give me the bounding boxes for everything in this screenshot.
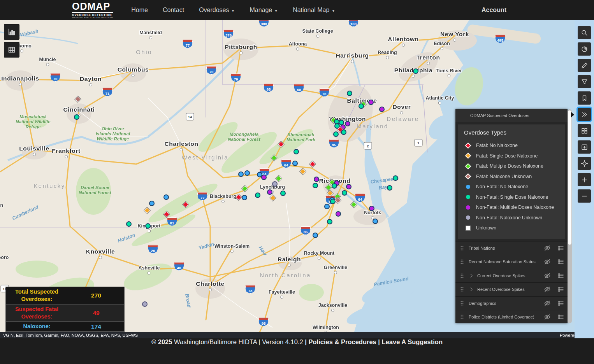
overdose-marker-non-fatal-single-dose-naloxone[interactable]: [126, 221, 132, 227]
nav-item-home[interactable]: Home: [124, 7, 155, 14]
overdose-marker-non-fatal-multiple-doses-naloxone[interactable]: [345, 121, 350, 126]
layer-legend-icon[interactable]: [557, 258, 564, 265]
layer-row-police-districts-limited-coverage[interactable]: Police Districts (Limited Coverage): [455, 310, 568, 323]
basemap-gallery-icon[interactable]: [578, 124, 591, 137]
visibility-eye-slash-icon[interactable]: [544, 300, 551, 307]
overdose-marker-non-fatal-no-naloxone[interactable]: [238, 172, 244, 177]
overdose-marker-non-fatal-no-naloxone[interactable]: [149, 201, 155, 206]
drag-handle-icon[interactable]: [459, 313, 466, 320]
overdose-marker-non-fatal-single-dose-naloxone[interactable]: [330, 199, 336, 204]
overdose-marker-non-fatal-single-dose-naloxone[interactable]: [341, 130, 346, 135]
layer-legend-icon[interactable]: [557, 286, 564, 293]
overdose-marker-non-fatal-multiple-doses-naloxone[interactable]: [267, 189, 272, 195]
overdose-marker-non-fatal-no-naloxone[interactable]: [373, 219, 378, 224]
overdose-marker-non-fatal-single-dose-naloxone[interactable]: [145, 223, 151, 229]
zoom-in-icon[interactable]: [578, 173, 591, 186]
nav-item-contact[interactable]: Contact: [155, 7, 192, 14]
chevron-right-icon[interactable]: [469, 286, 474, 293]
overdose-marker-non-fatal-single-dose-naloxone[interactable]: [342, 190, 347, 196]
locate-icon[interactable]: [578, 157, 591, 170]
visibility-eye-slash-icon[interactable]: [544, 258, 551, 265]
layer-legend-icon[interactable]: [557, 272, 564, 279]
nav-item-national-map[interactable]: National Map▼: [285, 7, 343, 14]
draw-icon[interactable]: [578, 59, 591, 72]
overdose-marker-non-fatal-no-naloxone[interactable]: [242, 195, 247, 200]
overdose-marker-non-fatal-multiple-doses-naloxone[interactable]: [379, 107, 385, 112]
nav-menu: HomeContactOverdoses▼Manage▼National Map…: [124, 7, 343, 14]
chart-widget-button[interactable]: [4, 24, 19, 40]
overdose-marker-non-fatal-naloxone-unknown[interactable]: [272, 181, 278, 187]
footer-links[interactable]: | Policies & Procedures | Leave A Sugges…: [305, 338, 443, 346]
legend-item-label: Non-Fatal: Multiple Doses Naloxone: [476, 205, 554, 210]
table-widget-button[interactable]: [4, 42, 19, 58]
overdose-marker-non-fatal-single-dose-naloxone[interactable]: [387, 185, 392, 191]
stats-label: Suspected Fatal Overdoses:: [6, 304, 68, 322]
add-map-icon[interactable]: [578, 140, 591, 154]
zoom-out-icon[interactable]: [578, 189, 591, 203]
layer-legend-icon[interactable]: [557, 300, 564, 307]
layer-row-current-overdose-spikes[interactable]: Current Overdose Spikes: [455, 269, 568, 283]
overdose-marker-non-fatal-no-naloxone[interactable]: [163, 194, 169, 200]
overdose-marker-non-fatal-no-naloxone[interactable]: [313, 233, 318, 238]
panel-scrollbar-thumb[interactable]: [568, 110, 571, 245]
collapse-panel-icon[interactable]: [578, 108, 591, 121]
overdose-marker-non-fatal-single-dose-naloxone[interactable]: [359, 103, 364, 109]
legend-list-icon[interactable]: [557, 112, 564, 119]
circle-swatch-icon: [466, 184, 471, 189]
filter-icon[interactable]: [578, 75, 591, 88]
layer-row-recent-overdose-spikes[interactable]: Recent Overdose Spikes: [455, 282, 568, 296]
layer-row-recent-naloxone-saturation-status[interactable]: Recent Naloxone Saturation Status: [455, 255, 568, 269]
overdose-marker-non-fatal-single-dose-naloxone[interactable]: [327, 219, 332, 224]
layer-legend-icon[interactable]: [557, 245, 564, 252]
overdose-marker-non-fatal-multiple-doses-naloxone[interactable]: [314, 177, 319, 182]
drag-handle-icon[interactable]: [459, 286, 466, 293]
layer-row-demographics[interactable]: Demographics: [455, 296, 568, 310]
nav-item-overdoses[interactable]: Overdoses▼: [192, 7, 242, 14]
chevron-right-icon[interactable]: [469, 272, 474, 279]
circle-swatch-icon: [466, 215, 471, 220]
drag-handle-icon[interactable]: [459, 300, 466, 307]
drag-handle-icon[interactable]: [459, 258, 466, 265]
odmap-logo[interactable]: ODMAP OVERDOSE DETECTION MAPPING APPLICA…: [72, 2, 113, 19]
visibility-eye-slash-icon[interactable]: [544, 286, 551, 293]
layer-row-tribal-nations[interactable]: Tribal Nations: [455, 241, 568, 255]
drag-handle-icon[interactable]: [459, 272, 466, 279]
overdose-marker-non-fatal-naloxone-unknown[interactable]: [142, 301, 148, 307]
basemap-icon[interactable]: [578, 42, 591, 56]
overdose-marker-non-fatal-multiple-doses-naloxone[interactable]: [261, 175, 267, 180]
overdose-marker-non-fatal-no-naloxone[interactable]: [324, 204, 330, 209]
drag-handle-icon[interactable]: [459, 112, 466, 119]
overdose-marker-non-fatal-multiple-doses-naloxone[interactable]: [368, 100, 374, 105]
layers-panel-header: ODMAP Suspected Overdoses: [455, 109, 568, 122]
overdose-marker-non-fatal-single-dose-naloxone[interactable]: [74, 114, 79, 120]
overdose-marker-non-fatal-single-dose-naloxone[interactable]: [333, 131, 339, 137]
overdose-marker-non-fatal-single-dose-naloxone[interactable]: [280, 191, 286, 196]
search-icon[interactable]: [578, 26, 591, 39]
map-attribution: VGIN, Esri, TomTom, Garmin, FAO, NOAA, U…: [3, 333, 138, 338]
overdose-marker-non-fatal-single-dose-naloxone[interactable]: [293, 149, 299, 154]
nav-item-manage[interactable]: Manage▼: [242, 7, 285, 14]
overdose-marker-non-fatal-no-naloxone[interactable]: [292, 161, 298, 166]
account-menu[interactable]: Account: [482, 7, 516, 14]
visibility-eye-slash-icon[interactable]: [544, 313, 551, 320]
panel-scrollbar[interactable]: [568, 109, 572, 323]
overdose-marker-non-fatal-single-dose-naloxone[interactable]: [393, 175, 398, 181]
bookmark-icon[interactable]: [578, 91, 591, 105]
overdose-marker-non-fatal-single-dose-naloxone[interactable]: [347, 91, 352, 96]
overdose-marker-non-fatal-multiple-doses-naloxone[interactable]: [369, 206, 374, 211]
overdose-marker-non-fatal-single-dose-naloxone[interactable]: [313, 183, 318, 188]
visibility-eye-slash-icon[interactable]: [544, 245, 551, 252]
overdose-marker-non-fatal-multiple-doses-naloxone[interactable]: [336, 211, 341, 217]
panel-collapse-arrow[interactable]: [571, 112, 574, 117]
legend-item-label: Non-Fatal: No Naloxone: [476, 184, 528, 189]
overdose-marker-non-fatal-multiple-doses-naloxone[interactable]: [346, 184, 351, 189]
layer-legend-icon[interactable]: [557, 313, 564, 320]
drag-handle-icon[interactable]: [459, 245, 466, 252]
overdose-marker-non-fatal-single-dose-naloxone[interactable]: [332, 183, 337, 189]
visibility-eye-slash-icon[interactable]: [544, 272, 551, 279]
overdose-marker-non-fatal-single-dose-naloxone[interactable]: [255, 192, 260, 198]
map-toolbar: [575, 20, 594, 338]
overdose-marker-non-fatal-no-naloxone[interactable]: [244, 170, 250, 176]
map-canvas[interactable]: IndianapolisKokomoMuncieMansfieldColumbu…: [0, 20, 594, 338]
overdose-marker-non-fatal-single-dose-naloxone[interactable]: [413, 68, 418, 74]
